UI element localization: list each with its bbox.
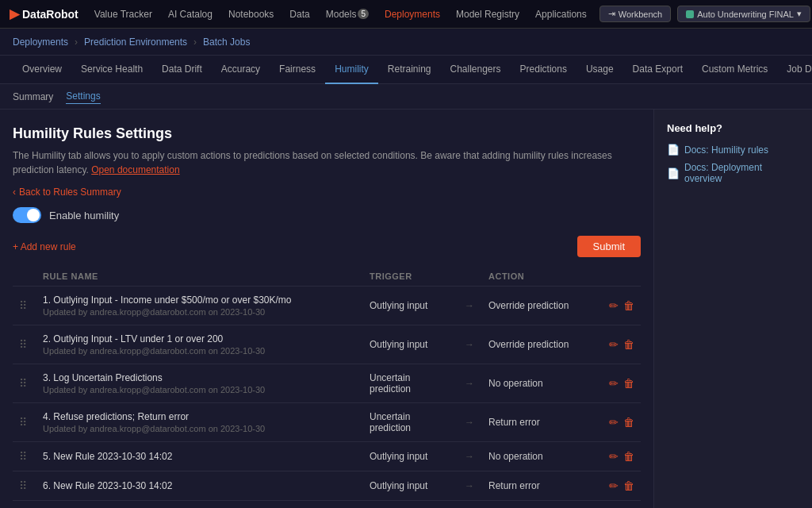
logo[interactable]: ▶ DataRobot (10, 6, 79, 21)
tab-fairness[interactable]: Fairness (270, 56, 325, 84)
action-cell: Return error (482, 403, 593, 442)
drag-handle-cell: ⠿ (13, 325, 36, 364)
back-arrow-icon: ‹ (13, 187, 16, 198)
delete-rule-button[interactable]: 🗑 (623, 450, 634, 463)
edit-rule-button[interactable]: ✏ (609, 299, 619, 312)
edit-rule-button[interactable]: ✏ (609, 416, 619, 429)
row-action-buttons: ✏ 🗑 (599, 377, 634, 390)
help-link-deployment-overview[interactable]: 📄 Docs: Deployment overview (667, 162, 799, 184)
tab-data-export[interactable]: Data Export (623, 56, 692, 84)
arrow-cell: → (458, 325, 482, 364)
nav-applications[interactable]: Applications (529, 0, 593, 29)
trigger-value: Uncertain prediction (370, 411, 411, 433)
nav-deployments[interactable]: Deployments (378, 0, 446, 29)
left-panel: Humility Rules Settings The Humility tab… (0, 110, 653, 508)
enable-humility-label: Enable humility (49, 210, 119, 221)
action-cell: No operation (482, 442, 593, 471)
nav-ai-catalog[interactable]: AI Catalog (162, 0, 219, 29)
logo-text: DataRobot (22, 8, 79, 21)
drag-handle[interactable]: ⠿ (19, 338, 30, 351)
breadcrumb-prediction-environments[interactable]: Prediction Environments (84, 37, 187, 48)
drag-handle[interactable]: ⠿ (19, 416, 30, 429)
delete-rule-button[interactable]: 🗑 (623, 377, 634, 390)
col-arrow (458, 267, 482, 287)
doc-icon-2: 📄 (667, 167, 680, 179)
trigger-value: Uncertain prediction (370, 372, 411, 394)
rule-name-cell: 1. Outlying Input - Income under $500/mo… (36, 287, 363, 325)
subtab-summary[interactable]: Summary (13, 90, 53, 104)
nav-data[interactable]: Data (283, 0, 316, 29)
table-row: ⠿ 2. Outlying Input - LTV under 1 or ove… (13, 325, 641, 364)
delete-rule-button[interactable]: 🗑 (623, 338, 634, 351)
tab-data-drift[interactable]: Data Drift (152, 56, 212, 84)
drag-handle[interactable]: ⠿ (19, 450, 30, 463)
help-title: Need help? (667, 122, 799, 134)
edit-rule-button[interactable]: ✏ (609, 479, 619, 492)
tab-humility[interactable]: Humility (325, 56, 378, 84)
trigger-cell: Outlying input (363, 442, 458, 471)
open-doc-link[interactable]: Open documentation (91, 164, 179, 175)
drag-handle-cell: ⠿ (13, 364, 36, 403)
rule-name-cell: 3. Log Uncertain Predictions Updated by … (36, 364, 363, 403)
back-to-rules-summary-link[interactable]: ‹ Back to Rules Summary (13, 187, 641, 198)
col-actions (593, 267, 641, 287)
drag-handle[interactable]: ⠿ (19, 479, 30, 492)
trigger-cell: Uncertain prediction (363, 403, 458, 442)
table-row: ⠿ 6. New Rule 2023-10-30 14:02 Outlying … (13, 471, 641, 501)
action-value: No operation (488, 451, 543, 462)
tab-service-health[interactable]: Service Health (71, 56, 152, 84)
drag-handle-cell: ⠿ (13, 287, 36, 325)
rule-name: 1. Outlying Input - Income under $500/mo… (43, 294, 357, 306)
edit-rule-button[interactable]: ✏ (609, 338, 619, 351)
arrow-cell: → (458, 471, 482, 501)
help-link-humility-rules[interactable]: 📄 Docs: Humility rules (667, 144, 799, 156)
nav-notebooks[interactable]: Notebooks (222, 0, 280, 29)
trigger-cell: Outlying input (363, 287, 458, 325)
breadcrumb-deployments[interactable]: Deployments (13, 37, 68, 48)
tab-custom-metrics[interactable]: Custom Metrics (692, 56, 777, 84)
drag-handle[interactable]: ⠿ (19, 377, 30, 390)
nav-model-registry[interactable]: Model Registry (450, 0, 526, 29)
workbench-button[interactable]: ⇥ Workbench (599, 6, 671, 22)
models-badge: 5 (358, 9, 369, 19)
action-buttons-cell: ✏ 🗑 (593, 403, 641, 442)
delete-rule-button[interactable]: 🗑 (623, 416, 634, 429)
delete-rule-button[interactable]: 🗑 (623, 479, 634, 492)
breadcrumb-batch-jobs[interactable]: Batch Jobs (203, 37, 250, 48)
tab-retraining[interactable]: Retraining (378, 56, 441, 84)
subtab-settings[interactable]: Settings (66, 89, 100, 104)
rule-updated: Updated by andrea.kropp@datarobot.com on… (43, 346, 357, 356)
delete-rule-button[interactable]: 🗑 (623, 299, 634, 312)
arrow-icon: → (465, 480, 474, 491)
enable-humility-row: Enable humility (13, 207, 641, 223)
tab-overview[interactable]: Overview (13, 56, 71, 84)
action-value: Override prediction (488, 339, 569, 350)
table-row: ⠿ 3. Log Uncertain Predictions Updated b… (13, 364, 641, 403)
nav-models[interactable]: Models 5 (320, 0, 375, 29)
sub-tabs: Summary Settings (0, 84, 812, 110)
add-new-rule-button[interactable]: + Add new rule (13, 241, 76, 252)
top-navigation: ▶ DataRobot Value Tracker AI Catalog Not… (0, 0, 812, 29)
rule-updated: Updated by andrea.kropp@datarobot.com on… (43, 307, 357, 317)
arrow-cell: → (458, 442, 482, 471)
tab-usage[interactable]: Usage (576, 56, 623, 84)
enable-humility-toggle[interactable] (13, 207, 41, 223)
tab-accuracy[interactable]: Accuracy (212, 56, 270, 84)
submit-button[interactable]: Submit (577, 236, 641, 257)
nav-value-tracker[interactable]: Value Tracker (88, 0, 159, 29)
workspace-selector[interactable]: Auto Underwriting FINAL ▾ (677, 6, 810, 22)
main-content: Humility Rules Settings The Humility tab… (0, 110, 812, 508)
page-title: Humility Rules Settings (13, 125, 641, 142)
tab-job-definitions[interactable]: Job Definitions (777, 56, 812, 84)
edit-rule-button[interactable]: ✏ (609, 377, 619, 390)
trigger-value: Outlying input (370, 339, 427, 350)
arrow-icon: → (465, 339, 474, 350)
rule-name-cell: 4. Refuse predictions; Return error Upda… (36, 403, 363, 442)
drag-handle[interactable]: ⠿ (19, 299, 30, 312)
trigger-value: Outlying input (370, 480, 427, 491)
edit-rule-button[interactable]: ✏ (609, 450, 619, 463)
tab-predictions[interactable]: Predictions (511, 56, 576, 84)
rule-name: 4. Refuse predictions; Return error (43, 411, 357, 422)
action-buttons-cell: ✏ 🗑 (593, 471, 641, 501)
tab-challengers[interactable]: Challengers (441, 56, 511, 84)
